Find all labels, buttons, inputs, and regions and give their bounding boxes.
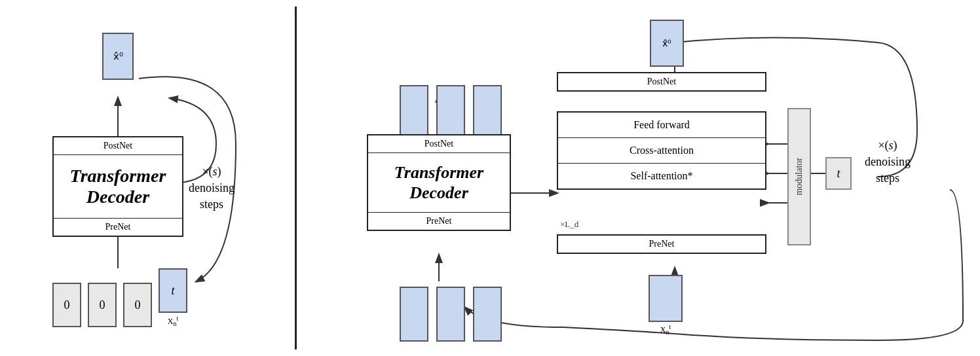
token-0-a: 0	[52, 283, 81, 327]
right-repeat-label: ×L_d	[560, 219, 578, 230]
right-bottom-token-1	[400, 287, 428, 342]
right-bottom-token-3	[473, 287, 502, 342]
right-inner-postnet: PostNet	[557, 72, 766, 92]
left-transformer-label: TransformerDecoder	[54, 155, 182, 218]
left-output-box: x̂⁰	[102, 33, 134, 80]
right-outer-postnet: PostNet	[368, 135, 510, 153]
right-steps-label: ×(s) denoising steps	[865, 137, 911, 187]
left-diagram: x̂⁰ PostNet TransformerDecoder PreNet ×(…	[13, 13, 262, 343]
right-bottom-token-2	[436, 287, 465, 342]
left-steps-label: ×(s) denoising steps	[189, 164, 235, 213]
right-input-xnt-label: Xnt	[649, 323, 683, 336]
right-outer-transformer-label: TransformerDecoder	[368, 153, 510, 212]
separator	[295, 7, 297, 349]
token-t: t Xnt	[159, 268, 187, 327]
token-0-c: 0	[123, 283, 152, 327]
token-0-b: 0	[88, 283, 117, 327]
left-output-label: x̂⁰	[113, 50, 123, 62]
diagram-container: x̂⁰ PostNet TransformerDecoder PreNet ×(…	[0, 0, 980, 356]
left-transformer-block: PostNet TransformerDecoder PreNet	[52, 136, 183, 237]
right-self-attention: Self-attention*	[558, 164, 765, 188]
right-bottom-tokens	[400, 287, 502, 342]
right-input-xnt	[649, 275, 683, 322]
right-feedforward: Feed forward	[558, 113, 765, 138]
right-diagram: PostNet TransformerDecoder PreNet PostNe…	[301, 7, 970, 349]
right-attention-block: Feed forward Cross-attention Self-attent…	[557, 111, 766, 190]
right-outer-prenet: PreNet	[368, 212, 510, 230]
left-postnet: PostNet	[54, 137, 182, 155]
left-tokens-row: 0 0 0 t Xnt	[52, 268, 187, 327]
right-output-box: x̂⁰	[650, 20, 684, 67]
left-token-sub: Xnt	[168, 315, 178, 327]
right-outer-transformer: PostNet TransformerDecoder PreNet	[367, 134, 511, 231]
right-cross-attention: Cross-attention	[558, 138, 765, 164]
right-t-box: t	[825, 157, 852, 190]
right-inner-prenet: PreNet	[557, 234, 766, 254]
left-prenet: PreNet	[54, 218, 182, 236]
right-modulator-box: modulator	[787, 108, 811, 245]
